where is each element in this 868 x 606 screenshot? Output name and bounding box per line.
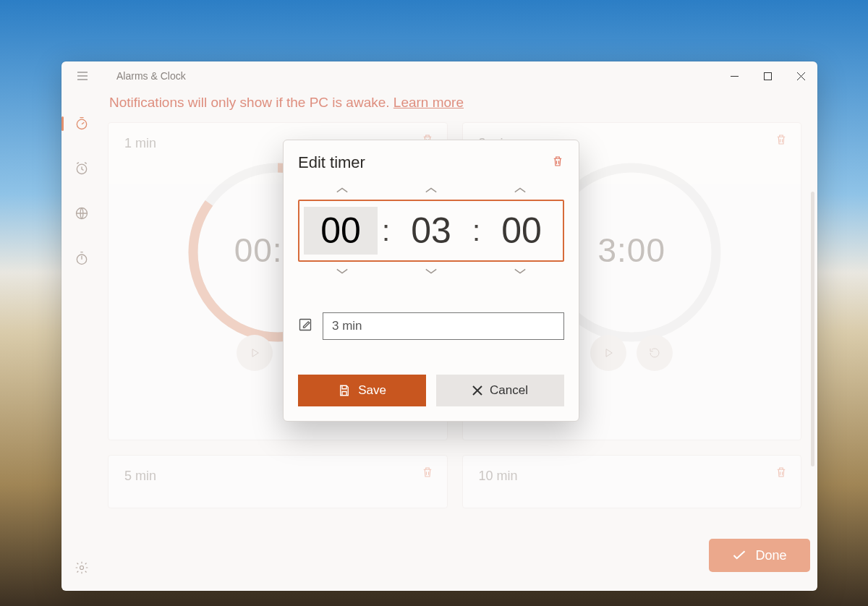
edit-name-icon bbox=[298, 317, 312, 335]
play-button[interactable] bbox=[590, 335, 626, 371]
minutes-down[interactable] bbox=[387, 262, 476, 281]
play-button[interactable] bbox=[237, 335, 273, 371]
cancel-label: Cancel bbox=[490, 383, 528, 398]
hours-up[interactable] bbox=[298, 181, 387, 200]
menu-button[interactable] bbox=[72, 65, 93, 87]
time-input-box: 00 : 03 : 00 bbox=[298, 200, 564, 262]
nav-timer[interactable] bbox=[67, 111, 96, 137]
nav-world-clock[interactable] bbox=[67, 200, 96, 226]
timer-card[interactable]: 10 min bbox=[462, 455, 802, 508]
maximize-button[interactable] bbox=[751, 61, 784, 90]
timer-card[interactable]: 5 min bbox=[108, 455, 448, 508]
hours-field[interactable]: 00 bbox=[304, 207, 378, 255]
delete-timer-icon[interactable] bbox=[775, 466, 788, 482]
left-nav bbox=[61, 90, 102, 591]
reset-button[interactable] bbox=[637, 335, 673, 371]
done-label: Done bbox=[755, 548, 786, 563]
titlebar: Alarms & Clock bbox=[61, 61, 817, 90]
alarms-clock-window: Alarms & Clock bbox=[61, 61, 817, 591]
close-button[interactable] bbox=[784, 61, 817, 90]
timer-cards-row-2: 5 min 10 min bbox=[108, 455, 801, 508]
timer-name-input[interactable] bbox=[323, 312, 564, 340]
banner-text: Notifications will only show if the PC i… bbox=[109, 95, 393, 110]
svg-point-1 bbox=[77, 119, 86, 129]
timer-display: 3:00 bbox=[597, 231, 665, 270]
hours-down[interactable] bbox=[298, 262, 387, 281]
time-separator: : bbox=[378, 215, 394, 247]
scrollbar[interactable] bbox=[811, 192, 814, 466]
save-label: Save bbox=[358, 383, 386, 398]
notification-banner: Notifications will only show if the PC i… bbox=[108, 90, 801, 122]
window-controls bbox=[718, 61, 817, 90]
app-title: Alarms & Clock bbox=[116, 70, 186, 82]
dialog-delete-button[interactable] bbox=[551, 155, 564, 171]
timer-card-label: 5 min bbox=[124, 469, 431, 484]
time-spinner: 00 : 03 : 00 bbox=[298, 181, 564, 281]
minutes-up[interactable] bbox=[387, 181, 476, 200]
nav-alarm[interactable] bbox=[67, 155, 96, 182]
seconds-down[interactable] bbox=[475, 262, 564, 281]
seconds-field[interactable]: 00 bbox=[485, 207, 558, 255]
time-separator: : bbox=[468, 215, 485, 247]
seconds-up[interactable] bbox=[475, 181, 564, 200]
timer-card-label: 10 min bbox=[479, 469, 786, 484]
dialog-title: Edit timer bbox=[298, 153, 365, 172]
delete-timer-icon[interactable] bbox=[421, 466, 434, 482]
minimize-button[interactable] bbox=[718, 61, 751, 90]
cancel-button[interactable]: Cancel bbox=[436, 375, 564, 406]
minutes-field[interactable]: 03 bbox=[394, 207, 468, 255]
nav-stopwatch[interactable] bbox=[67, 245, 96, 271]
edit-timer-dialog: Edit timer 00 : 03 : 00 bbox=[283, 140, 579, 422]
save-button[interactable]: Save bbox=[298, 375, 426, 406]
nav-settings[interactable] bbox=[67, 555, 96, 581]
delete-timer-icon[interactable] bbox=[775, 133, 788, 149]
svg-rect-0 bbox=[764, 72, 771, 80]
banner-learn-more-link[interactable]: Learn more bbox=[393, 95, 464, 110]
svg-point-5 bbox=[80, 566, 84, 570]
done-button[interactable]: Done bbox=[709, 539, 810, 572]
